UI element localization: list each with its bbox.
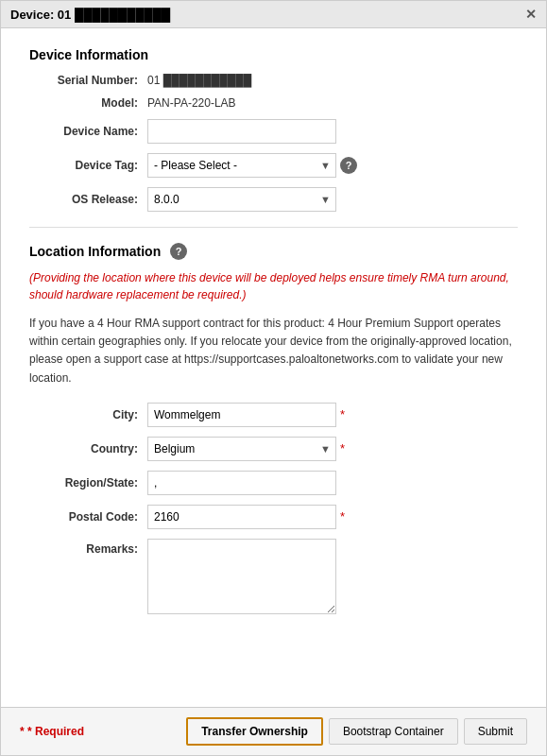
device-tag-row: Device Tag: - Please Select - ▼ ? — [29, 153, 518, 178]
os-release-label: OS Release: — [29, 193, 138, 206]
region-row: Region/State: — [29, 471, 518, 495]
country-select[interactable]: Belgium — [147, 437, 336, 461]
model-row: Model: PAN-PA-220-LAB — [29, 96, 518, 110]
region-input[interactable] — [147, 471, 336, 495]
country-select-wrapper: Belgium ▼ — [147, 437, 336, 461]
city-row: City: * — [29, 403, 518, 427]
postal-required-star: * — [340, 509, 345, 524]
transfer-ownership-button[interactable]: Transfer Ownership — [186, 717, 323, 746]
location-notice: (Providing the location where this devic… — [29, 269, 518, 303]
required-star-label: * — [20, 725, 25, 738]
city-label: City: — [29, 408, 138, 421]
device-tag-help-icon[interactable]: ? — [340, 157, 357, 174]
device-name-label: Device Name: — [29, 125, 138, 138]
close-button[interactable]: ✕ — [525, 7, 537, 22]
submit-button[interactable]: Submit — [464, 718, 527, 745]
dialog-footer: * * Required Transfer Ownership Bootstra… — [1, 707, 546, 755]
dialog-body: Device Information Serial Number: 01 ███… — [1, 28, 546, 707]
os-release-select[interactable]: 8.0.0 — [147, 187, 336, 212]
country-row: Country: Belgium ▼ * — [29, 437, 518, 461]
location-info-title-row: Location Information ? — [29, 243, 518, 260]
serial-number-row: Serial Number: 01 ███████████ — [29, 74, 518, 87]
dialog-title: Device: 01 ███████████ — [10, 8, 170, 22]
remarks-textarea[interactable] — [147, 539, 336, 614]
model-value: PAN-PA-220-LAB — [147, 96, 236, 110]
location-info-text: If you have a 4 Hour RMA support contrac… — [29, 315, 518, 387]
location-help-icon[interactable]: ? — [170, 243, 187, 260]
postal-input[interactable] — [147, 505, 336, 529]
os-release-row: OS Release: 8.0.0 ▼ — [29, 187, 518, 212]
section-divider — [29, 227, 518, 228]
model-label: Model: — [29, 96, 138, 110]
device-name-row: Device Name: — [29, 119, 518, 144]
remarks-label: Remarks: — [29, 539, 138, 556]
device-tag-label: Device Tag: — [29, 159, 138, 172]
os-release-select-wrapper: 8.0.0 ▼ — [147, 187, 336, 212]
region-label: Region/State: — [29, 476, 138, 490]
country-label: Country: — [29, 442, 138, 455]
postal-label: Postal Code: — [29, 510, 138, 524]
city-input[interactable] — [147, 403, 336, 427]
serial-number-value: 01 ███████████ — [147, 74, 251, 87]
required-label: * Required — [27, 725, 84, 738]
device-tag-select-wrapper: - Please Select - ▼ — [147, 153, 336, 178]
footer-buttons: Transfer Ownership Bootstrap Container S… — [186, 717, 527, 746]
serial-number-label: Serial Number: — [29, 74, 138, 87]
device-dialog: Device: 01 ███████████ ✕ Device Informat… — [0, 0, 547, 756]
dialog-title-bar: Device: 01 ███████████ ✕ — [1, 1, 546, 28]
device-info-title: Device Information — [29, 47, 518, 62]
location-info-title: Location Information — [29, 244, 161, 259]
bootstrap-container-button[interactable]: Bootstrap Container — [329, 718, 458, 745]
country-required-star: * — [340, 441, 345, 455]
required-text: * * Required — [20, 725, 84, 738]
remarks-row: Remarks: — [29, 539, 518, 614]
city-required-star: * — [340, 407, 345, 421]
device-tag-select[interactable]: - Please Select - — [147, 153, 336, 178]
device-name-input[interactable] — [147, 119, 336, 144]
postal-row: Postal Code: * — [29, 505, 518, 529]
